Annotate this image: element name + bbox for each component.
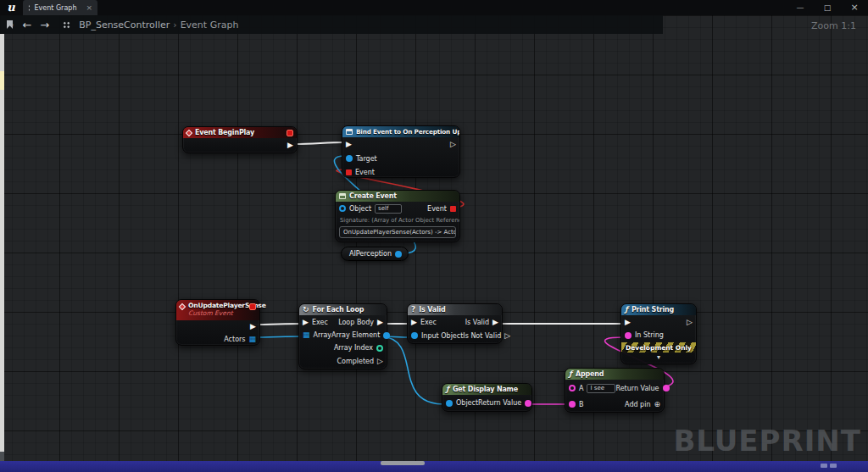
array-element-label: Array Element (331, 331, 380, 339)
target-pin-label: Target (356, 155, 377, 163)
event-delegate-pin[interactable] (346, 169, 352, 175)
exec-pin-label: Exec (420, 319, 437, 326)
return-value-pin[interactable] (525, 400, 531, 407)
node-aiperception-getter[interactable]: AIPerception (341, 247, 409, 261)
node-for-each-loop[interactable]: ↻ For Each Loop ▶ Exec Loop Body ▶ ▦ Arr… (298, 303, 387, 369)
function-icon: ƒ (569, 370, 572, 378)
array-index-pin[interactable] (376, 345, 383, 352)
breadcrumb-current[interactable]: Event Graph (181, 19, 239, 31)
node-bind-event[interactable]: Bind Event to On Perception Updated ▶ ▷ … (342, 125, 460, 178)
exec-in-pin[interactable]: ▶ (411, 319, 417, 326)
node-is-valid[interactable]: ? Is Valid ▶ Exec Is Valid ▶ Input Objec… (407, 303, 503, 344)
exec-in-pin[interactable]: ▶ (346, 141, 352, 148)
is-valid-pin[interactable]: ▶ (492, 319, 498, 326)
horizontal-scrollbar-thumb[interactable] (381, 461, 425, 465)
node-onupdateplayersense[interactable]: OnUpdatePlayerSense Custom Event ▶ Actor… (175, 299, 260, 346)
window-close-button[interactable]: × (841, 0, 868, 15)
a-pin[interactable] (569, 385, 576, 391)
a-pin-label: A (579, 385, 583, 392)
event-badge-icon (287, 130, 293, 136)
graph-tab-icon (28, 4, 30, 12)
event-icon (179, 303, 186, 310)
exec-out-pin[interactable]: ▷ (450, 141, 456, 148)
function-icon: ƒ (446, 386, 449, 393)
node-get-display-name[interactable]: ƒ Get Display Name Object Return Value (442, 383, 532, 412)
panel-edge-bottom (0, 452, 4, 461)
object-pin[interactable] (446, 400, 453, 407)
in-string-label: In String (635, 331, 664, 339)
event-pin-label: Event (355, 169, 375, 176)
object-pin-label: Object (456, 399, 478, 407)
breadcrumb-root[interactable]: BP_SenseController (79, 19, 170, 31)
create-event-icon (339, 193, 346, 199)
signature-text: Signature: (Array of Actor Object Refere… (336, 215, 459, 225)
graph-icon (63, 21, 70, 29)
graph-toolbar: ∨ ← → BP_SenseController › Event Graph (0, 15, 663, 34)
input-object-label: Input Object (421, 332, 463, 340)
array-in-pin[interactable]: ▦ (303, 331, 310, 339)
loop-body-label: Loop Body (338, 319, 374, 326)
event-icon (186, 129, 192, 136)
collapsed-panel-edge[interactable] (0, 34, 4, 452)
question-icon: ? (411, 306, 415, 314)
status-glyph (830, 464, 837, 468)
window-minimize-button[interactable]: — (787, 0, 814, 15)
return-value-pin[interactable] (663, 385, 670, 391)
back-button[interactable]: ← (22, 19, 31, 31)
node-event-beginplay[interactable]: Event BeginPlay ▶ (182, 126, 298, 153)
array-element-pin[interactable] (383, 332, 390, 339)
panel-edge-highlight (0, 71, 4, 90)
blueprint-editor-window: BLUEPRINT Event BeginPlay ▶ Bind Event t… (0, 0, 868, 472)
exec-out-pin[interactable]: ▶ (287, 142, 293, 149)
actors-array-pin[interactable]: ▦ (248, 336, 256, 343)
status-bar (0, 461, 868, 472)
object-pin[interactable] (339, 205, 346, 212)
bind-event-icon (346, 129, 353, 135)
tab-close-icon[interactable]: × (86, 4, 92, 12)
array-index-label: Array Index (334, 344, 373, 352)
event-delegate-out-pin[interactable] (450, 206, 456, 212)
event-badge-icon (249, 303, 256, 310)
target-pin[interactable] (346, 155, 353, 162)
function-icon: ƒ (625, 306, 628, 314)
node-create-event[interactable]: Create Event Object Event Signature: (Ar… (335, 190, 460, 242)
b-pin[interactable] (569, 401, 576, 408)
aiperception-label: AIPerception (349, 250, 392, 258)
unreal-logo-icon: u (4, 1, 18, 14)
node-append[interactable]: ƒ Append A Return Value B Add pin ⊕ (565, 368, 665, 413)
window-titlebar: u Event Graph × — □ × (0, 0, 868, 15)
completed-label: Completed (337, 358, 374, 365)
is-valid-label: Is Valid (465, 319, 489, 326)
signature-dropdown[interactable]: OnUpdatePlayerSense(Actors) -> Actors ▾ (339, 226, 456, 238)
aiperception-out-pin[interactable] (395, 251, 402, 258)
a-value-field[interactable] (587, 384, 615, 393)
in-string-pin[interactable] (625, 332, 632, 339)
window-maximize-button[interactable]: □ (814, 0, 841, 15)
expand-node-chevron[interactable]: ▾ (621, 353, 696, 362)
exec-out-pin[interactable]: ▷ (687, 319, 693, 326)
exec-in-pin[interactable]: ▶ (303, 319, 309, 326)
return-value-label: Return Value (478, 399, 521, 407)
completed-pin[interactable]: ▷ (377, 358, 383, 365)
loop-body-pin[interactable]: ▶ (377, 319, 383, 326)
exec-in-pin[interactable]: ▶ (625, 319, 631, 326)
forward-button[interactable]: → (40, 19, 49, 31)
object-value-field[interactable] (375, 204, 402, 214)
input-object-pin[interactable] (411, 332, 418, 339)
actors-pin-label: Actors (224, 336, 245, 343)
node-print-string[interactable]: ƒ Print String ▶ ▷ In String Development… (620, 303, 697, 364)
array-pin-label: Array (314, 331, 332, 339)
status-glyph (821, 464, 827, 468)
b-pin-label: B (579, 401, 584, 408)
bookmarks-button[interactable]: ∨ (7, 20, 14, 29)
exec-pin-label: Exec (312, 319, 328, 326)
tab-event-graph[interactable]: Event Graph × (23, 0, 97, 15)
is-not-valid-pin[interactable]: ▷ (504, 332, 510, 340)
add-pin-icon[interactable]: ⊕ (654, 401, 660, 408)
is-not-valid-label: Is Not Valid (463, 332, 501, 340)
signature-dropdown-value: OnUpdatePlayerSense(Actors) -> Actors (343, 229, 456, 236)
bookmark-icon (7, 20, 13, 29)
zoom-level-indicator: Zoom 1:1 (811, 20, 856, 31)
exec-out-pin[interactable]: ▶ (250, 323, 256, 330)
add-pin-label: Add pin (625, 401, 650, 408)
